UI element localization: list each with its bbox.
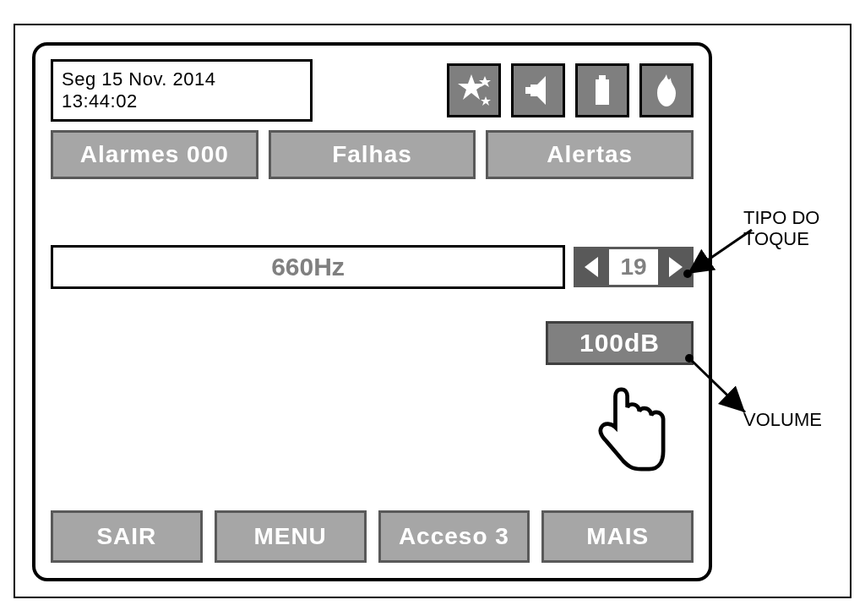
- volume-button[interactable]: 100dB: [546, 321, 694, 365]
- ringtone-index: 19: [609, 247, 658, 287]
- battery-icon[interactable]: [575, 63, 629, 117]
- time-text: 13:44:02: [62, 90, 138, 112]
- svg-marker-2: [481, 96, 491, 106]
- header-icons: [447, 63, 694, 117]
- chevron-right-icon: [669, 257, 683, 277]
- more-button[interactable]: MAIS: [541, 510, 694, 563]
- star-icon[interactable]: [447, 63, 501, 117]
- hand-cursor-icon: [588, 379, 671, 479]
- annotation-ring-type: TIPO DO TOQUE: [743, 207, 819, 250]
- header-row: Seg 15 Nov. 2014 13:44:02: [35, 46, 709, 122]
- ringtone-row: 660Hz 19: [51, 245, 694, 289]
- ringtone-next-button[interactable]: [658, 247, 694, 287]
- ringtone-frequency: 660Hz: [51, 245, 565, 289]
- svg-rect-3: [525, 87, 530, 94]
- chevron-left-icon: [585, 257, 598, 277]
- annotation-volume: VOLUME: [743, 409, 822, 430]
- footer-row: SAIR MENU Acceso 3 MAIS: [51, 510, 694, 563]
- flame-icon[interactable]: [639, 63, 694, 117]
- outer-frame: Seg 15 Nov. 2014 13:44:02: [14, 24, 851, 598]
- date-text: Seg 15 Nov. 2014: [62, 68, 216, 90]
- tab-faults[interactable]: Falhas: [269, 130, 476, 179]
- device-screen: Seg 15 Nov. 2014 13:44:02: [32, 42, 712, 581]
- svg-marker-0: [458, 74, 485, 100]
- access-button[interactable]: Acceso 3: [378, 510, 530, 563]
- menu-button[interactable]: MENU: [215, 510, 367, 563]
- tab-alarms[interactable]: Alarmes 000: [51, 130, 258, 179]
- exit-button[interactable]: SAIR: [51, 510, 203, 563]
- tabs-row: Alarmes 000 Falhas Alertas: [35, 122, 709, 179]
- svg-rect-5: [599, 75, 606, 80]
- speaker-icon[interactable]: [511, 63, 565, 117]
- ringtone-prev-button[interactable]: [574, 247, 609, 287]
- svg-rect-4: [596, 79, 609, 105]
- datetime-display: Seg 15 Nov. 2014 13:44:02: [51, 59, 313, 122]
- ringtone-stepper: 19: [574, 247, 694, 287]
- tab-alerts[interactable]: Alertas: [486, 130, 694, 179]
- content-area: 660Hz 19 100dB: [35, 245, 709, 289]
